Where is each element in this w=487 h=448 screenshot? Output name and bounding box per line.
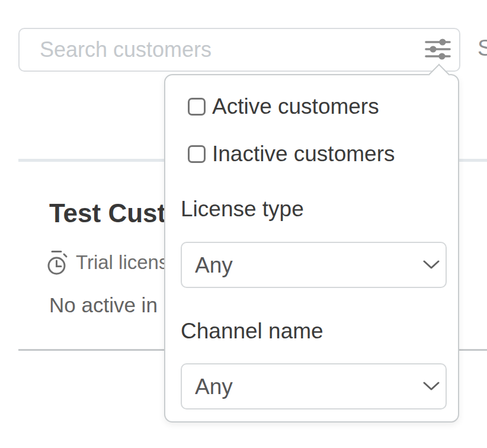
active-customers-label: Active customers xyxy=(212,94,379,120)
license-type-select-wrap: Any xyxy=(181,242,447,288)
license-type-label: License type xyxy=(181,196,444,223)
inactive-customers-checkbox[interactable] xyxy=(188,145,206,163)
customer-title: Test Cust xyxy=(49,198,166,229)
channel-name-select[interactable]: Any xyxy=(181,363,447,409)
search-input[interactable] xyxy=(18,28,460,72)
channel-name-select-wrap: Any xyxy=(181,363,447,409)
customer-status-text: No active in xyxy=(49,293,158,317)
filter-button[interactable] xyxy=(419,34,456,66)
inactive-customers-option[interactable]: Inactive customers xyxy=(188,141,444,167)
license-badge: Trial licens xyxy=(47,249,168,278)
license-type-select[interactable]: Any xyxy=(181,242,447,288)
license-text: Trial licens xyxy=(76,249,168,276)
filter-sliders-icon xyxy=(425,37,451,63)
channel-name-label: Channel name xyxy=(181,318,444,345)
trial-timer-icon xyxy=(47,249,69,278)
active-customers-option[interactable]: Active customers xyxy=(188,94,444,120)
active-customers-checkbox[interactable] xyxy=(188,98,206,116)
truncated-right-label: S xyxy=(478,36,487,61)
customers-page: S Test Cust Trial licens No active in Ac… xyxy=(0,0,487,448)
filter-popover: Active customers Inactive customers Lice… xyxy=(164,74,459,423)
inactive-customers-label: Inactive customers xyxy=(212,141,395,167)
